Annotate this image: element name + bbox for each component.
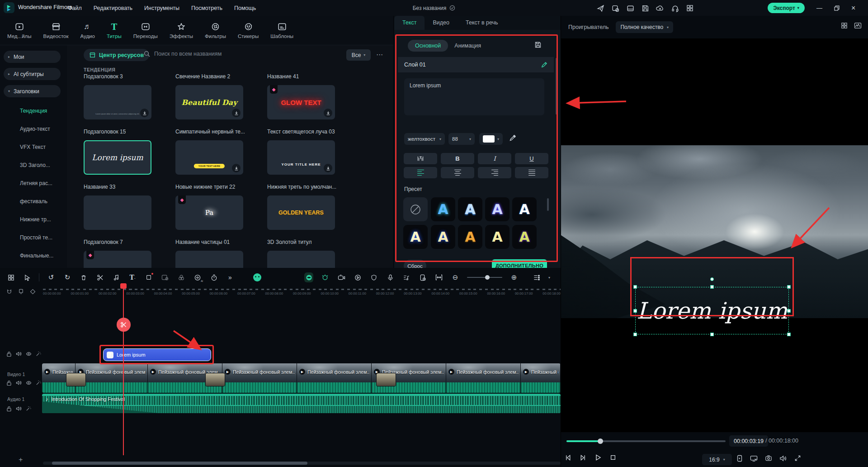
title-card-particle[interactable]: ◆ Pa [175, 195, 243, 230]
align-center-button[interactable] [441, 167, 474, 178]
mirror-display-icon[interactable] [750, 455, 758, 462]
card-label[interactable]: Название 41 [267, 73, 299, 80]
mask-icon[interactable] [321, 273, 330, 282]
menu-view[interactable]: Посмотреть [191, 5, 222, 11]
title-card-glow-text[interactable]: ◆ GLOW TEXT [267, 85, 335, 119]
title-card-partial[interactable] [175, 251, 243, 268]
card-label[interactable]: Нижняя треть по умолчан... [267, 184, 336, 190]
sidebar-item-3d-titles[interactable]: 3D Заголо... [20, 162, 50, 168]
title-card-partial[interactable] [267, 251, 335, 268]
tab-audio[interactable]: ♬Аудио [80, 22, 94, 39]
search-input[interactable]: Поиск по всем названиям [144, 51, 222, 57]
preset-none-tile[interactable] [403, 197, 428, 221]
sidebar-item-vfx-text[interactable]: VFX Текст [20, 144, 46, 150]
card-label[interactable]: Новые нижние трети 22 [175, 184, 235, 190]
stop-button[interactable] [610, 454, 616, 461]
title-card-lorem-selected[interactable]: Lorem ipsum [84, 140, 151, 175]
video-clip-segment[interactable]: ▶Пейзажный фоновый элем... [521, 363, 561, 393]
preset-tile[interactable]: A [512, 225, 537, 249]
play-button[interactable] [594, 454, 602, 461]
sidebar-item-festival[interactable]: фестиваль [20, 198, 47, 205]
card-label[interactable]: Свечение Название 2 [175, 73, 230, 80]
record-voiceover-icon[interactable] [386, 273, 395, 282]
avatar-icon[interactable] [304, 273, 313, 282]
tab-filters[interactable]: Фильтры [205, 22, 226, 39]
sidebar-item-trending[interactable]: Тенденция [20, 108, 47, 114]
title-card-partial[interactable]: ◆ [84, 251, 151, 268]
lock-icon[interactable] [6, 406, 12, 412]
card-label[interactable]: Симпатичный нервный те... [175, 129, 245, 135]
font-size-dropdown[interactable]: 88▾ [448, 133, 475, 145]
preset-tile[interactable]: A [485, 197, 509, 221]
crop-icon[interactable] [144, 273, 153, 282]
cloud-upload-icon[interactable] [656, 4, 665, 13]
selection-handle[interactable] [710, 285, 714, 289]
vertical-text-button[interactable] [404, 153, 437, 164]
seek-bar[interactable] [566, 440, 726, 442]
mute-icon[interactable] [16, 406, 22, 412]
fullscreen-icon[interactable] [794, 455, 801, 462]
card-label[interactable]: Подзаголовок 3 [84, 73, 123, 80]
preset-tile[interactable]: A [512, 197, 537, 221]
bold-button[interactable]: B [441, 153, 474, 164]
italic-button[interactable]: I [478, 153, 511, 164]
filter-all-dropdown[interactable]: Все▾ [346, 49, 371, 61]
group-ai-subtitles[interactable]: ▸AI субтитры [4, 68, 61, 80]
hide-track-icon[interactable] [26, 380, 32, 386]
freeze-frame-thumbnail[interactable] [66, 373, 85, 386]
tab-templates[interactable]: Шаблоны [270, 22, 293, 39]
timeline-ruler[interactable]: 00:00:00:0000:00:01:0000:00:02:0000:00:0… [43, 288, 561, 298]
align-left-button[interactable] [404, 167, 437, 178]
track-wand-icon[interactable] [36, 380, 41, 386]
menu-edit[interactable]: Редактировать [94, 5, 132, 11]
previous-frame-button[interactable] [565, 454, 571, 461]
card-label[interactable]: Текст светящегося луча 03 [267, 129, 335, 135]
keyframe-icon[interactable] [30, 289, 36, 295]
tab-transitions[interactable]: Переходы [133, 22, 158, 39]
snapshot-icon[interactable] [765, 455, 772, 462]
video-clip-segment[interactable]: ▶Пейзажный фоновый элем... [75, 363, 148, 393]
selection-handle[interactable] [633, 285, 637, 289]
selection-handle[interactable] [787, 285, 791, 289]
seek-knob[interactable] [598, 438, 603, 444]
card-label[interactable]: Подзаголовок 7 [84, 239, 123, 245]
grid-view-icon[interactable] [841, 22, 848, 29]
export-button[interactable]: Экспорт ▾ [768, 3, 805, 13]
preset-tile[interactable]: A [431, 197, 455, 221]
group-my[interactable]: ▸Мои [4, 51, 61, 63]
menu-file[interactable]: Файл [68, 5, 82, 11]
preset-tile[interactable]: A [458, 197, 482, 221]
rotation-handle[interactable] [710, 277, 714, 281]
selection-handle[interactable] [710, 333, 714, 336]
tab-stickers[interactable]: Стикеры [238, 22, 259, 39]
layer-edit-icon[interactable] [541, 62, 547, 68]
text-overlay-selection[interactable]: Lorem ipsum [635, 287, 789, 334]
support-headset-icon[interactable] [670, 4, 679, 13]
download-icon[interactable] [232, 109, 241, 117]
marker-icon[interactable] [18, 289, 24, 295]
mobile-export-icon[interactable] [418, 273, 427, 282]
title-card-default-lower-third[interactable]: YOUR TITLE HERE [267, 140, 335, 175]
scopes-icon[interactable] [854, 22, 862, 29]
group-titles[interactable]: ▾Заголовки [4, 85, 61, 97]
fit-timeline-icon[interactable] [434, 273, 443, 282]
redo-icon[interactable]: ↻ [63, 273, 72, 282]
download-icon[interactable] [140, 109, 149, 117]
card-label[interactable]: Подзаголовок 15 [84, 129, 126, 135]
title-card-subtitle7[interactable] [84, 195, 151, 230]
restore-button[interactable] [834, 5, 840, 11]
zoom-out-icon[interactable]: ⊖ [451, 273, 460, 282]
delete-icon[interactable] [79, 273, 88, 282]
track-manager-caret-icon[interactable]: ▾ [548, 276, 550, 280]
media-browser-icon[interactable] [6, 273, 15, 282]
preset-tile[interactable]: A [431, 225, 455, 249]
task-list-icon[interactable] [611, 4, 620, 13]
card-label[interactable]: Название 33 [84, 184, 115, 190]
screen-record-icon[interactable] [160, 273, 170, 282]
subtab-animation[interactable]: Анимация [454, 43, 481, 49]
split-scissors-icon[interactable] [95, 273, 104, 282]
download-icon[interactable] [324, 109, 332, 117]
selection-handle[interactable] [787, 309, 791, 313]
device-preview-icon[interactable] [736, 455, 743, 462]
ai-assistant-icon[interactable] [253, 273, 262, 282]
